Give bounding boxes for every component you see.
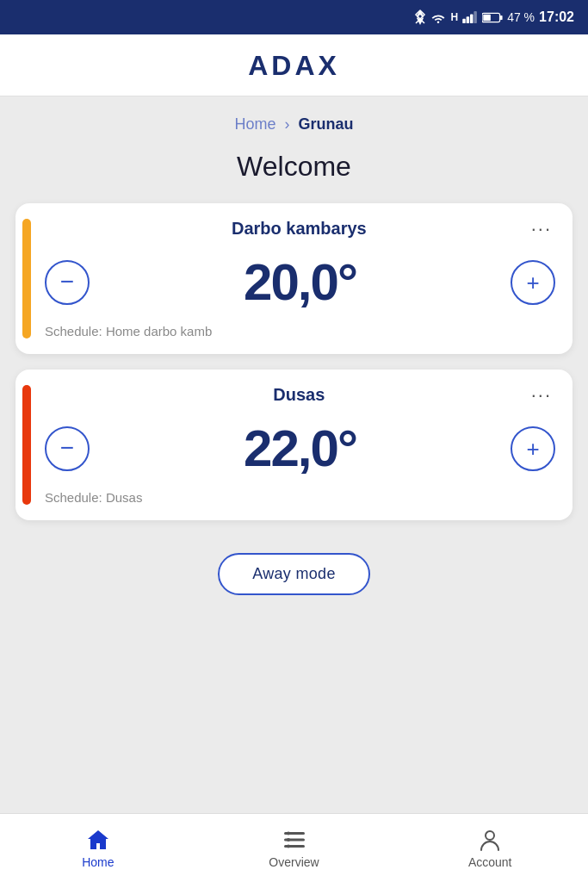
increase-btn-darbo[interactable]: + [511,260,555,305]
status-bar: H 47 % 17:02 [0,0,588,34]
device-name-dusas: Dusas [71,385,528,405]
breadcrumb: Home › Grunau [0,96,588,142]
nav-item-overview[interactable]: Overview [196,814,393,882]
device-menu-darbo[interactable]: ··· [528,220,555,239]
temperature-dusas: 22,0° [244,419,356,478]
nav-item-home[interactable]: Home [0,814,196,882]
decrease-btn-dusas[interactable]: − [45,426,90,471]
device-name-darbo: Darbo kambarys [71,219,528,239]
card-controls-dusas: − 22,0° + [45,419,555,478]
temperature-darbo: 20,0° [244,252,356,312]
nav-label-overview: Overview [269,855,319,869]
device-menu-dusas[interactable]: ··· [528,386,555,405]
card-indicator-darbo [22,219,31,339]
svg-rect-3 [474,11,478,23]
device-card-darbo: Darbo kambarys ··· − 20,0° + Schedule: H… [15,203,573,354]
svg-point-13 [486,831,494,840]
clock: 17:02 [539,9,574,25]
device-card-dusas: Dusas ··· − 22,0° + Schedule: Dusas [15,370,573,520]
nav-label-account: Account [468,855,512,869]
minus-icon-darbo: − [60,270,74,294]
card-header-darbo: Darbo kambarys ··· [45,219,555,239]
account-icon [476,828,504,852]
schedule-darbo: Schedule: Home darbo kamb [45,324,555,339]
plus-icon-darbo: + [526,271,539,294]
nav-item-account[interactable]: Account [392,814,588,882]
svg-rect-5 [500,15,503,19]
nav-label-home: Home [82,855,114,869]
card-body-darbo: Darbo kambarys ··· − 20,0° + Schedule: H… [45,219,555,339]
signal-h-icon: H [450,11,458,23]
wifi-icon [430,11,446,23]
card-controls-darbo: − 20,0° + [45,252,555,312]
minus-icon-dusas: − [60,436,74,460]
svg-point-11 [287,838,290,842]
home-icon [84,828,112,852]
main-content: Home › Grunau Welcome Darbo kambarys ···… [0,96,588,882]
card-body-dusas: Dusas ··· − 22,0° + Schedule: Dusas [45,385,555,505]
away-mode-container: Away mode [0,536,588,604]
overview-icon [281,828,308,852]
away-mode-button[interactable]: Away mode [218,553,369,595]
welcome-title: Welcome [0,142,588,203]
svg-rect-1 [467,16,470,23]
breadcrumb-home[interactable]: Home [234,115,275,134]
signal-bars-icon [462,11,478,23]
schedule-dusas: Schedule: Dusas [45,490,555,505]
breadcrumb-separator: › [285,115,290,134]
svg-rect-6 [483,14,491,21]
svg-point-12 [287,844,290,848]
app-header: ADAX [0,34,588,96]
breadcrumb-current[interactable]: Grunau [299,115,354,134]
plus-icon-dusas: + [526,438,539,460]
bottom-nav: Home Overview Account [0,813,588,882]
card-header-dusas: Dusas ··· [45,385,555,405]
card-indicator-dusas [22,385,31,505]
status-icons: H 47 % 17:02 [414,9,574,25]
increase-btn-dusas[interactable]: + [511,426,555,471]
bluetooth-icon [414,9,426,25]
battery-icon [482,12,503,23]
svg-rect-2 [470,15,473,24]
battery-percent: 47 % [507,10,535,24]
app-logo: ADAX [248,50,340,82]
svg-rect-0 [462,19,466,23]
decrease-btn-darbo[interactable]: − [45,260,90,305]
svg-point-10 [287,831,290,835]
